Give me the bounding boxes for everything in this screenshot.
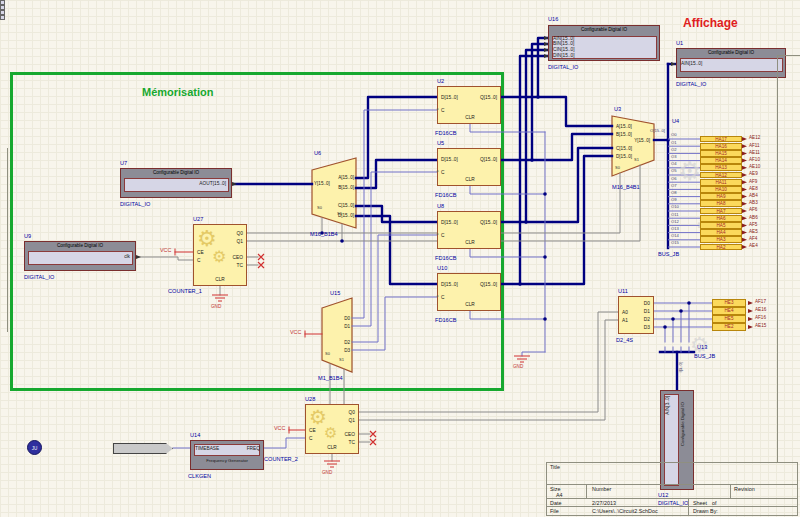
junction-dot (518, 282, 522, 286)
u1-pin-ain: AIN[15..0] (681, 61, 702, 66)
enable-port-he2[interactable]: HE2 (712, 323, 746, 330)
u7-part-label: DIGITAL_IO (120, 201, 150, 207)
gear-icon: ⚙ (678, 158, 701, 184)
net-label: O14 (671, 234, 679, 238)
display-port-ha15[interactable]: HA15 (700, 150, 742, 157)
enable-port-he4[interactable]: HE4 (712, 307, 746, 314)
u7-title: Configurable Digital IO (121, 170, 231, 175)
net-label: O4 (671, 162, 677, 166)
display-port-ha3[interactable]: HA3 (700, 236, 742, 243)
no-erc-x-icon (370, 439, 376, 445)
titleblock-file-label: File (550, 508, 559, 514)
fpga-pin-label: AE12 (749, 136, 760, 141)
ff-pin-c: C (441, 233, 444, 238)
junction-dot (543, 255, 547, 259)
display-port-ha14[interactable]: HA14 (700, 157, 742, 164)
display-port-ha16[interactable]: HA16 (700, 143, 742, 150)
titleblock-date-value: 2/27/2013 (592, 500, 616, 506)
pin-arrow-icon (742, 159, 747, 163)
display-port-ha8[interactable]: HA8 (700, 200, 742, 207)
wire (352, 172, 437, 326)
display-port-ha9[interactable]: HA9 (700, 193, 742, 200)
display-port-ha2[interactable]: HA2 (700, 244, 742, 251)
display-port-ha11[interactable]: HA11 (700, 179, 742, 186)
u11-pin-d3: D3 (620, 325, 650, 330)
u14-frequency-generator[interactable] (190, 440, 264, 470)
junction-dot (340, 239, 344, 243)
u15-vcc-label: VCC (290, 330, 301, 336)
fpga-pin-label: AF16 (755, 316, 766, 321)
pin-arrow-icon (748, 317, 753, 321)
u4-part-label: BUS_JB (658, 251, 679, 257)
fpga-pin-label: AF9 (749, 180, 757, 185)
enable-port-he5[interactable]: HE5 (712, 315, 746, 322)
titleblock-line (546, 462, 547, 515)
u3-pin-d: D[15..0] (616, 154, 632, 159)
junction-dot (671, 317, 675, 321)
net-label: O2 (671, 148, 677, 152)
u11-designator: U11 (618, 288, 628, 294)
u15-pin-d3: D3 (312, 348, 350, 353)
net-label: O15 (671, 241, 679, 245)
wire (501, 97, 612, 126)
titleblock-line (546, 515, 798, 516)
display-port-ha13[interactable]: HA13 (700, 164, 742, 171)
display-port-ha10[interactable]: HA10 (700, 186, 742, 193)
ff-part-label: FD16CB (435, 192, 456, 198)
wire (136, 257, 193, 260)
ff-pin-q: Q[15..0] (451, 95, 497, 100)
enable-port-he3[interactable]: HE3 (712, 299, 746, 306)
junction-dot (679, 309, 683, 313)
fpga-pin-label: AF4 (749, 237, 757, 242)
wire (359, 312, 618, 412)
u28-pin-q1: Q1 (309, 418, 355, 423)
ff-pin-c: C (441, 295, 444, 300)
net-label-o-bus: O[15..0] (650, 129, 665, 133)
u6-pin-s0: S0 (317, 206, 322, 210)
u15-pin-d1: D1 (312, 324, 350, 329)
display-port-ha6[interactable]: HA6 (700, 215, 742, 222)
u3-pin-c: C[15..0] (616, 146, 632, 151)
fpga-pin-label: AE8 (749, 187, 758, 192)
u28-pin-tc: TC (309, 440, 355, 445)
net-label: O3 (671, 155, 677, 159)
wire (264, 438, 305, 448)
display-port-ha4[interactable]: HA4 (700, 229, 742, 236)
u3-pin-y: Y[15..0] (612, 138, 650, 143)
ff-pin-c: C (441, 170, 444, 175)
clk-brd-port[interactable]: CLK_BRD (113, 443, 173, 454)
wire (470, 186, 545, 194)
ff-pin-q: Q[15..0] (451, 282, 497, 287)
titleblock-line (797, 462, 798, 515)
annotation-badge[interactable]: JU (27, 440, 42, 455)
wire (538, 38, 548, 97)
display-port-ha12[interactable]: HA12 (700, 172, 742, 179)
clock-pin-icon: ▸ (437, 233, 439, 237)
u15-part-label: M1_B1B4 (318, 375, 343, 381)
pin-arrow-icon (742, 245, 747, 249)
fpga-pin-label: AE10 (749, 165, 760, 170)
u11-pin-d2: D2 (620, 317, 650, 322)
display-port-ha5[interactable]: HA5 (700, 222, 742, 229)
net-label: O1 (671, 141, 677, 145)
u7-pin-aout: AOUT[15..0] (126, 181, 226, 186)
titleblock-file-value: C:\Users\..\Circuit2.SchDoc (592, 508, 658, 514)
net-label: O12 (671, 220, 679, 224)
u9-pin-clk: clk (30, 254, 130, 259)
display-port-ha7[interactable]: HA7 (700, 208, 742, 215)
u27-pin-q0: Q0 (197, 231, 243, 236)
ff-pin-clr: CLR (457, 302, 483, 307)
ff-designator: U5 (437, 140, 444, 146)
fpga-pin-label: AF17 (755, 300, 766, 305)
u9-part-label: DIGITAL_IO (24, 274, 54, 280)
fpga-pin-label: AF10 (749, 158, 760, 163)
display-port-ha17[interactable]: HA17 (700, 136, 742, 143)
u16-pin-din: DIN[15..0] (553, 53, 575, 58)
mux-u15[interactable] (322, 298, 352, 372)
titleblock-size-value: A4 (556, 492, 563, 498)
pin-arrow-icon (742, 180, 747, 184)
pin-arrow-icon (742, 231, 747, 235)
fpga-pin-label: AF6 (749, 208, 757, 213)
u6-part-label: M16_B1B4 (310, 231, 338, 237)
titleblock-of-label: of (712, 500, 717, 506)
